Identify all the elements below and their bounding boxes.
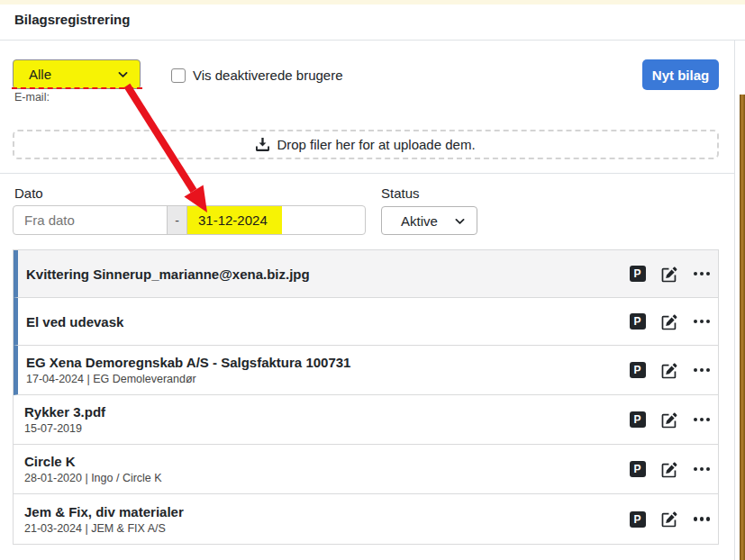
park-button[interactable]: P xyxy=(630,362,646,378)
upload-tray-icon xyxy=(256,138,269,151)
status-filter-label: Status xyxy=(381,185,420,201)
voucher-row-text: El ved udevask xyxy=(26,314,619,330)
voucher-list: Kvittering Sinnerup_marianne@xena.biz.jp… xyxy=(13,249,719,545)
status-select-value: Aktive xyxy=(401,213,454,229)
show-deactivated-checkbox[interactable] xyxy=(171,68,186,83)
voucher-row-text: Kvittering Sinnerup_marianne@xena.biz.jp… xyxy=(26,266,619,282)
section-divider xyxy=(0,173,734,174)
new-voucher-button[interactable]: Nyt bilag xyxy=(642,59,719,90)
voucher-title: EG Xena Demoregnskab A/S - Salgsfaktura … xyxy=(26,355,619,370)
voucher-title: Jem & Fix, div materialer xyxy=(24,504,619,519)
park-button[interactable]: P xyxy=(630,461,646,477)
park-button[interactable]: P xyxy=(630,511,646,528)
file-dropzone[interactable]: Drop filer her for at uploade dem. xyxy=(13,130,719,159)
edit-icon xyxy=(661,510,678,528)
chevron-down-icon xyxy=(117,68,129,80)
voucher-subtitle: 21-03-2024 | JEM & FIX A/S xyxy=(24,522,619,535)
ellipsis-icon[interactable] xyxy=(694,270,711,278)
voucher-row[interactable]: Rykker 3.pdf 15-07-2019 P xyxy=(14,395,718,445)
park-button[interactable]: P xyxy=(630,266,646,282)
voucher-subtitle: 15-07-2019 xyxy=(24,422,619,435)
user-filter-value: Alle xyxy=(29,67,117,82)
edit-icon xyxy=(661,461,678,478)
dropzone-text: Drop filer her for at uploade dem. xyxy=(277,137,475,152)
voucher-subtitle: 17-04-2024 | EG Demoleverandør xyxy=(26,373,619,385)
scrollbar-orange-bar[interactable] xyxy=(740,95,745,560)
chevron-down-icon xyxy=(454,215,466,227)
voucher-subtitle: 28-01-2020 | Ingo / Circle K xyxy=(24,472,619,484)
top-accent-strip xyxy=(0,0,745,5)
ellipsis-icon[interactable] xyxy=(694,515,711,523)
date-filter-label: Dato xyxy=(14,185,43,201)
email-label: E-mail: xyxy=(14,91,50,104)
edit-icon xyxy=(661,411,678,429)
date-range-separator: - xyxy=(167,205,187,235)
voucher-row[interactable]: EG Xena Demoregnskab A/S - Salgsfaktura … xyxy=(14,346,718,395)
ellipsis-icon[interactable] xyxy=(694,416,711,424)
user-filter-select[interactable]: Alle xyxy=(13,59,141,89)
ellipsis-icon[interactable] xyxy=(694,318,711,326)
ellipsis-icon[interactable] xyxy=(694,366,711,375)
edit-button[interactable] xyxy=(661,266,678,283)
from-date-input[interactable] xyxy=(13,205,168,235)
edit-button[interactable] xyxy=(661,362,678,379)
voucher-row-actions: P xyxy=(630,411,711,429)
voucher-row[interactable]: Jem & Fix, div materialer 21-03-2024 | J… xyxy=(14,494,718,544)
edit-button[interactable] xyxy=(661,313,678,330)
voucher-row[interactable]: Kvittering Sinnerup_marianne@xena.biz.jp… xyxy=(14,250,718,298)
ellipsis-icon[interactable] xyxy=(694,465,711,474)
voucher-row-actions: P xyxy=(630,362,711,379)
voucher-row-actions: P xyxy=(630,313,711,330)
voucher-row[interactable]: Circle K 28-01-2020 | Ingo / Circle K P xyxy=(14,445,718,494)
edit-button[interactable] xyxy=(661,510,678,528)
show-deactivated-label: Vis deaktiverede brugere xyxy=(193,68,343,83)
voucher-row-text: Rykker 3.pdf 15-07-2019 xyxy=(24,404,619,435)
voucher-row[interactable]: El ved udevask P xyxy=(14,298,718,346)
edit-button[interactable] xyxy=(661,411,678,429)
annotation-red-dashed-underline xyxy=(12,87,142,89)
to-date-field[interactable] xyxy=(186,205,366,235)
park-button[interactable]: P xyxy=(630,411,646,428)
edit-icon xyxy=(661,266,678,283)
voucher-title: Rykker 3.pdf xyxy=(24,404,619,420)
voucher-title: Circle K xyxy=(24,454,619,469)
to-date-input[interactable] xyxy=(187,206,365,234)
edit-icon xyxy=(661,313,678,330)
voucher-row-actions: P xyxy=(630,461,711,478)
voucher-title: El ved udevask xyxy=(26,314,619,330)
title-divider xyxy=(0,40,745,41)
panel-right-border xyxy=(734,41,735,560)
voucher-title: Kvittering Sinnerup_marianne@xena.biz.jp… xyxy=(26,266,619,282)
status-select[interactable]: Aktive xyxy=(381,206,477,235)
voucher-row-text: Circle K 28-01-2020 | Ingo / Circle K xyxy=(24,454,619,484)
park-button[interactable]: P xyxy=(630,313,646,330)
voucher-row-actions: P xyxy=(630,510,711,528)
edit-icon xyxy=(661,362,678,379)
voucher-row-text: EG Xena Demoregnskab A/S - Salgsfaktura … xyxy=(26,355,619,385)
voucher-row-actions: P xyxy=(630,266,711,283)
page-title: Bilagsregistrering xyxy=(14,12,130,27)
edit-button[interactable] xyxy=(661,461,678,478)
voucher-row-text: Jem & Fix, div materialer 21-03-2024 | J… xyxy=(24,504,619,535)
